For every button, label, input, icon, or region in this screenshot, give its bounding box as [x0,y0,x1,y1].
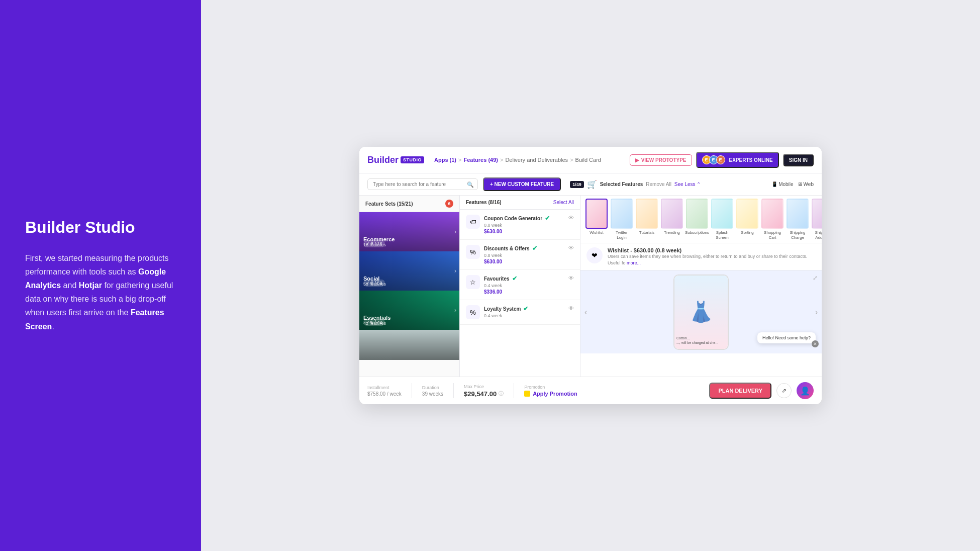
share-button[interactable]: ⇗ [776,383,792,398]
ecommerce-badge: ✓ 8 / 16 [363,240,385,247]
duration-value: 39 weeks [422,391,443,397]
breadcrumb-apps[interactable]: Apps (1) [434,157,456,163]
feature-desc-text: Users can save items they see when brows… [608,253,816,266]
breadcrumb-buildcard[interactable]: Build Card [575,157,601,163]
favourites-icon: ☆ [466,275,480,289]
favourites-title: Favourites ✔ [484,275,564,282]
preview-expand-button[interactable]: ⤢ [813,274,818,282]
divider-2 [453,383,454,398]
selected-info: 1/49 🛒 Selected Features Remove All See … [570,179,700,189]
feature-desc-more[interactable]: more... [627,260,641,265]
favourites-week: 0.4 week [484,283,564,288]
feature-card-more[interactable] [359,330,459,360]
view-prototype-button[interactable]: ▶ VIEW PROTOTYPE [630,154,692,166]
thumb-subscriptions[interactable]: Subscriptions [686,199,708,235]
search-input-wrap: 🔍 [367,178,478,190]
features-list-label: Features (8/16) [466,200,502,205]
check-small-icon-2: ✓ [366,281,370,286]
feature-desc-title: Wishlist - $630.00 (0.8 week) [608,247,816,253]
thumb-twitter-img [611,199,633,229]
user-avatar[interactable]: 👤 [797,382,814,399]
discounts-price: $630.00 [484,259,564,264]
mobile-view-button[interactable]: 📱 Mobile [771,181,793,187]
new-custom-feature-button[interactable]: + NEW CUSTOM FEATURE [483,177,561,191]
coupon-body: Coupon Code Generator ✔ 0.8 week $630.00 [484,215,564,234]
preview-phone-inner: 👗 Cotton... ..., will be charged at che.… [674,276,728,349]
promotion-area: Promotion Apply Promotion [524,385,577,397]
discounts-icon: % [466,245,480,259]
feature-card-ecommerce[interactable]: Ecommerce 16 features ✓ 8 / 16 › [359,212,459,251]
thumb-tutorials[interactable]: Tutorials [636,199,658,235]
info-icon[interactable]: ⓘ [499,390,504,397]
top-nav: Builder STUDIO Apps (1) > Features (49) … [359,147,822,173]
thumb-wishlist[interactable]: Wishlist [585,199,608,235]
search-input[interactable] [367,178,478,190]
thumb-subscriptions-img [686,199,708,229]
thumb-splash[interactable]: Splash Screen [711,199,733,240]
favourites-body: Favourites ✔ 0.4 week $336.00 [484,275,564,295]
coupon-icon: 🏷 [466,215,480,229]
select-all-button[interactable]: Select All [553,200,574,205]
left-panel-description: First, we started measuring the products… [25,251,176,333]
thumb-shipping-charge-label: Shipping Charge [787,230,809,240]
breadcrumb-features[interactable]: Features (49) [463,157,498,163]
feature-desc-body: Wishlist - $630.00 (0.8 week) Users can … [608,247,816,266]
duration-field: Duration 39 weeks [422,385,443,397]
thumbnails-row: Wishlist Twitter Login Tutorials Trendin… [580,196,822,243]
thumb-shopping-cart[interactable]: Shopping Cart [761,199,783,240]
loyalty-eye-icon[interactable]: 👁 [568,305,574,311]
favourites-eye-icon[interactable]: 👁 [568,275,574,281]
experts-online-button[interactable]: E E E EXPERTS ONLINE [696,152,779,168]
preview-nav-right-button[interactable]: › [815,308,818,317]
cart-icon: 🛒 [587,179,597,189]
thumb-tutorials-img [636,199,658,229]
thumb-trending-img [661,199,683,229]
breadcrumb-sep3: > [570,157,573,163]
sign-in-button[interactable]: SIGN IN [783,154,814,166]
mobile-icon: 📱 [771,181,777,187]
search-icon: 🔍 [467,181,474,188]
plan-delivery-button[interactable]: PLAN DELIVERY [709,383,771,399]
list-item: ☆ Favourites ✔ 0.4 week $336.00 👁 [460,270,580,300]
feature-sets-header: Feature Sets (15/21) 6 [359,196,459,212]
thumb-tutorials-label: Tutorials [639,230,654,235]
list-item: % Loyalty System ✔ 0.4 week 👁 [460,300,580,325]
see-less-button[interactable]: See Less ⌃ [674,181,701,187]
left-panel-title: Builder Studio [25,218,176,237]
feature-card-essentials[interactable]: Essentials 42 features ✓ 6 / 42 › [359,291,459,330]
thumb-splash-label: Splash Screen [711,230,733,240]
thumb-shipping-address[interactable]: Shipping Address [812,199,822,240]
web-view-button[interactable]: 🖥 Web [798,181,814,187]
feature-card-social[interactable]: Social 59 features ✓ 8 / 59 › [359,251,459,291]
loyalty-check-icon: ✔ [523,305,528,312]
thumb-wishlist-img [585,199,608,229]
logo-area: Builder STUDIO [367,155,424,165]
features-list-header: Features (8/16) Select All [460,196,580,210]
thumb-twitter[interactable]: Twitter Login [611,199,633,240]
thumb-sorting[interactable]: Sorting [736,199,758,235]
breadcrumb-delivery[interactable]: Delivery and Deliverables [505,157,568,163]
thumb-shipping-charge[interactable]: Shipping Charge [787,199,809,240]
discounts-eye-icon[interactable]: 👁 [568,245,574,251]
remove-all-button[interactable]: Remove All [646,181,671,187]
selected-badge: 1/49 [570,181,584,188]
thumb-trending[interactable]: Trending [661,199,683,235]
features-sidebar: Feature Sets (15/21) 6 Ecommerce 16 feat… [359,196,460,377]
coupon-eye-icon[interactable]: 👁 [568,215,574,221]
preview-nav-left-button[interactable]: ‹ [584,308,587,317]
apply-promotion-button[interactable]: Apply Promotion [524,391,577,397]
thumb-sorting-img [736,199,758,229]
breadcrumb: Apps (1) > Features (49) > Delivery and … [434,157,601,163]
close-chat-button[interactable]: ✕ [812,340,819,347]
promotion-label: Promotion [524,385,577,390]
divider-1 [412,383,412,398]
thumb-wishlist-label: Wishlist [590,230,604,235]
thumb-twitter-label: Twitter Login [611,230,633,240]
bottom-actions: PLAN DELIVERY ⇗ 👤 [709,382,814,399]
preview-phone: 👗 Cotton... ..., will be charged at che.… [673,274,729,350]
installment-field: Installment $758.00 / week [367,385,402,397]
thumb-shipping-charge-img [787,199,809,229]
essentials-chevron-right: › [454,307,456,314]
notification-badge: 6 [445,200,453,208]
breadcrumb-sep1: > [458,157,461,163]
